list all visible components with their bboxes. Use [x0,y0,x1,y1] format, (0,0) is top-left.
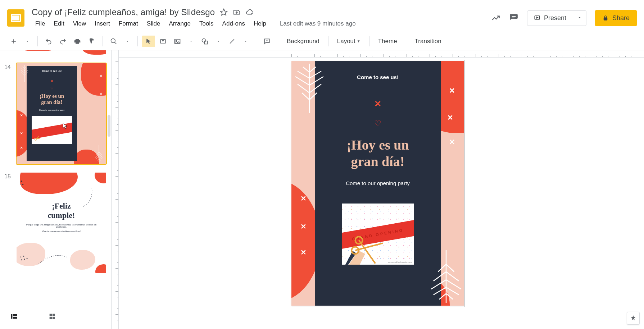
vertical-ruler[interactable] [112,50,119,329]
svg-point-5 [111,38,115,43]
slide-thumb-15[interactable]: ✦ ·· ✦ ✦ ✦✦ ✦ ✦ ¡Feliz cumple! Porque te… [16,172,107,274]
play-icon [534,15,540,21]
menu-help[interactable]: Help [250,19,270,29]
film-strip[interactable]: 14 Come to see us! ✕ ♡ ¡Hoy es un gran d… [0,50,112,329]
svg-marker-14 [218,41,219,42]
svg-rect-18 [13,314,17,316]
menu-slide[interactable]: Slide [143,19,164,29]
slides-logo[interactable] [7,9,24,27]
move-icon[interactable] [233,8,241,16]
cursor-icon [62,123,69,130]
slide-title-line1[interactable]: ¡Hoy es un [315,137,441,153]
svg-rect-23 [53,317,55,319]
grid-view-button[interactable] [44,308,60,326]
decor-x-icon: ✕ [300,194,307,203]
svg-marker-2 [536,17,538,18]
menu-format[interactable]: Format [115,19,142,29]
decor-x-icon: ✕ [447,113,453,122]
decor-x-icon: ✕ [449,86,455,95]
decor-x-icon: ✕ [315,99,441,109]
background-button[interactable]: Background [282,36,324,47]
svg-marker-16 [245,41,246,42]
explore-button[interactable] [627,312,640,325]
svg-line-15 [230,39,234,44]
menu-file[interactable]: File [32,19,49,29]
paint-format-button[interactable] [85,36,98,47]
select-tool[interactable] [142,36,155,47]
comments-icon[interactable] [509,13,518,23]
print-button[interactable] [71,36,84,47]
svg-line-6 [115,42,117,44]
slide-thumb-partial[interactable] [16,50,107,55]
chevron-down-icon: ▼ [357,39,360,43]
menu-view[interactable]: View [69,19,90,29]
decor-x-icon: ✕ [449,138,455,146]
canvas-area[interactable]: ✕ ✕ ✕ ✕ ✕ ✕ Come to see us! ✕ ♡ ¡Hoy es … [112,50,644,329]
svg-marker-4 [27,41,28,42]
svg-point-27 [354,236,364,245]
svg-point-12 [202,38,206,42]
heart-icon: ♡ [315,119,441,128]
slide-subtitle[interactable]: Come to see us! [315,74,441,80]
comment-button[interactable] [260,36,273,47]
explore-icon [630,315,637,322]
app-header: Copy of ¡Feliz cumpleaños, amiga! by Sli… [0,0,644,32]
svg-marker-0 [221,9,227,15]
slide-number: 15 [4,172,16,274]
transition-button[interactable]: Transition [411,36,446,47]
slide-image[interactable]: GRAND OPENING designed by freepik.com [342,204,414,265]
theme-button[interactable]: Theme [374,36,402,47]
activity-icon[interactable] [491,13,500,23]
star-icon[interactable] [220,8,228,16]
present-label: Present [544,14,566,22]
filmstrip-view-button[interactable] [6,308,22,326]
last-edit-link[interactable]: Last edit was 9 minutes ago [280,20,356,27]
undo-button[interactable] [42,36,55,47]
svg-marker-11 [190,41,192,42]
leaf-decoration-icon [291,61,329,113]
menu-insert[interactable]: Insert [91,19,114,29]
menu-addons[interactable]: Add-ons [219,19,249,29]
redo-button[interactable] [56,36,69,47]
zoom-button[interactable] [107,36,120,47]
line-dropdown[interactable] [240,36,251,47]
decor-x-icon: ✕ [300,248,307,257]
shape-tool[interactable] [198,36,211,47]
toolbar: Background Layout▼ Theme Transition [0,32,644,50]
line-tool[interactable] [226,36,239,47]
menu-arrange[interactable]: Arrange [165,19,194,29]
cloud-icon[interactable] [246,8,254,16]
doc-section: Copy of ¡Feliz cumpleaños, amiga! by Sli… [32,7,484,29]
zoom-dropdown[interactable] [122,36,133,47]
menu-tools[interactable]: Tools [196,19,217,29]
svg-rect-22 [50,317,52,319]
image-tool[interactable] [171,36,184,47]
slide-thumb-14[interactable]: Come to see us! ✕ ♡ ¡Hoy es un gran día!… [16,63,107,165]
layout-button[interactable]: Layout▼ [333,36,365,47]
share-label: Share [612,14,630,22]
image-dropdown[interactable] [185,36,197,47]
svg-rect-20 [50,314,52,316]
slide-number: 14 [4,63,16,165]
new-slide-dropdown[interactable] [22,36,33,47]
header-actions: Present Share [491,10,637,26]
present-button[interactable]: Present [527,10,573,26]
svg-marker-3 [579,17,580,18]
textbox-tool[interactable] [157,36,169,47]
new-slide-button[interactable] [7,36,20,47]
slide-title-line2[interactable]: gran día! [315,154,441,169]
menu-bar: File Edit View Insert Format Slide Arran… [32,19,484,29]
share-button[interactable]: Share [595,10,637,26]
menu-edit[interactable]: Edit [50,19,68,29]
svg-rect-21 [53,314,55,316]
horizontal-ruler[interactable] [112,50,644,58]
slide-caption[interactable]: Come to our opening party [315,180,441,186]
decor-x-icon: ✕ [300,222,307,231]
slide-content-card[interactable]: Come to see us! ✕ ♡ ¡Hoy es un gran día!… [315,61,441,306]
filmstrip-scrollbar[interactable] [108,115,110,137]
doc-title[interactable]: Copy of ¡Feliz cumpleaños, amiga! by Sli… [32,7,215,17]
main-area: 14 Come to see us! ✕ ♡ ¡Hoy es un gran d… [0,50,644,329]
slide-canvas[interactable]: ✕ ✕ ✕ ✕ ✕ ✕ Come to see us! ✕ ♡ ¡Hoy es … [291,61,464,306]
shape-dropdown[interactable] [213,36,224,47]
present-dropdown[interactable] [573,10,586,26]
